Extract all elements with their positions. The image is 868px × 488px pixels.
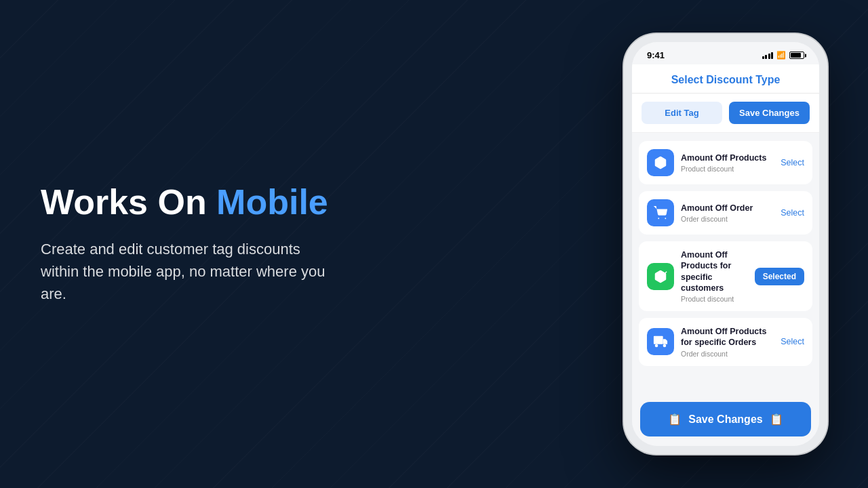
wifi-icon: 📶	[776, 51, 786, 60]
specific-customers-discount-icon	[647, 263, 674, 290]
selected-button-3[interactable]: Selected	[755, 268, 804, 285]
save-changes-bottom-label: Save Changes	[688, 413, 762, 426]
discount-name-2: Amount Off Order	[681, 203, 774, 214]
left-section: Works On Mobile Create and edit customer…	[0, 183, 624, 305]
svg-point-2	[665, 218, 666, 219]
signal-icon	[762, 52, 774, 59]
select-button-2[interactable]: Select	[781, 208, 804, 218]
phone-mockup: 9:41 📶 Sele	[624, 34, 827, 454]
hero-title-plain: Works On	[41, 182, 216, 222]
select-button-4[interactable]: Select	[781, 337, 804, 346]
battery-icon	[789, 52, 804, 59]
save-changes-bottom-button[interactable]: 📋 Save Changes 📋	[640, 402, 811, 436]
specific-orders-discount-info: Amount Off Products for specific Orders …	[681, 326, 774, 358]
save-changes-top-button[interactable]: Save Changes	[729, 102, 810, 124]
hero-title-highlight: Mobile	[216, 182, 328, 222]
discount-item-specific-orders: Amount Off Products for specific Orders …	[639, 318, 812, 366]
svg-point-5	[663, 344, 667, 348]
app-header: Select Discount Type	[632, 64, 819, 94]
status-bar: 9:41 📶	[632, 42, 819, 64]
status-time: 9:41	[647, 50, 665, 60]
order-discount-info: Amount Off Order Order discount	[681, 203, 774, 223]
discount-name-3: Amount Off Products for specific custome…	[681, 249, 748, 293]
save-icon-left: 📋	[668, 413, 682, 426]
discount-sub-3: Product discount	[681, 295, 748, 303]
app-title: Select Discount Type	[643, 74, 808, 86]
product-discount-info: Amount Off Products Product discount	[681, 152, 774, 173]
status-icons: 📶	[762, 51, 805, 60]
discount-sub-4: Order discount	[681, 350, 774, 358]
specific-customers-discount-info: Amount Off Products for specific custome…	[681, 249, 748, 303]
product-discount-icon	[647, 149, 674, 176]
discount-list: Amount Off Products Product discount Sel…	[632, 133, 819, 395]
discount-item-products: Amount Off Products Product discount Sel…	[639, 141, 812, 184]
phone-screen: 9:41 📶 Sele	[632, 42, 819, 446]
order-discount-icon	[647, 199, 674, 226]
edit-tag-button[interactable]: Edit Tag	[642, 102, 722, 124]
discount-item-order: Amount Off Order Order discount Select	[639, 191, 812, 235]
hero-subtitle: Create and edit customer tag discounts w…	[41, 238, 326, 305]
right-section: 9:41 📶 Sele	[624, 34, 868, 454]
hero-title: Works On Mobile	[41, 183, 583, 222]
svg-rect-3	[654, 336, 663, 344]
select-button-1[interactable]: Select	[781, 158, 804, 167]
specific-orders-discount-icon	[647, 328, 674, 355]
svg-point-1	[658, 218, 659, 219]
svg-point-4	[655, 344, 658, 348]
discount-item-specific-customers: Amount Off Products for specific custome…	[639, 241, 812, 311]
discount-sub-2: Order discount	[681, 215, 774, 223]
discount-name-1: Amount Off Products	[681, 152, 774, 163]
discount-sub-1: Product discount	[681, 165, 774, 173]
discount-name-4: Amount Off Products for specific Orders	[681, 326, 774, 348]
app-content: Select Discount Type Edit Tag Save Chang…	[632, 64, 819, 446]
top-buttons-row: Edit Tag Save Changes	[632, 94, 819, 133]
save-icon-right: 📋	[770, 413, 783, 426]
